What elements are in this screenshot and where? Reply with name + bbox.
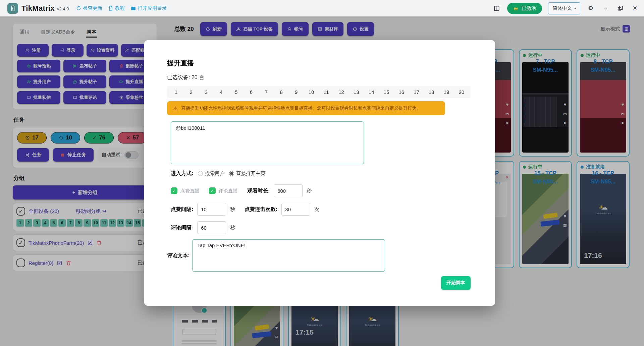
- modal-title: 提升直播: [167, 59, 471, 68]
- like-interval-row: 点赞间隔: 秒 点赞连击次数: 次: [171, 203, 471, 216]
- restore-window-button[interactable]: [616, 4, 625, 13]
- modal-device-number[interactable]: 6: [248, 89, 254, 95]
- app-title: TikMatrix: [21, 4, 55, 13]
- like-interval-input[interactable]: [197, 203, 226, 216]
- comment-text-label: 评论文本:: [167, 252, 190, 259]
- modal-device-number[interactable]: 19: [443, 89, 449, 95]
- app-logo-icon: [7, 3, 18, 14]
- modal-device-number[interactable]: 13: [353, 89, 359, 95]
- close-window-button[interactable]: ✕: [631, 4, 639, 13]
- chevron-down-icon: ▾: [574, 6, 576, 10]
- watch-duration-input[interactable]: [274, 184, 303, 197]
- like-combo-input[interactable]: [281, 203, 310, 216]
- modal-device-number[interactable]: 7: [263, 89, 269, 95]
- comment-live-checkbox[interactable]: ✓: [209, 187, 216, 194]
- modal-device-number[interactable]: 15: [383, 89, 389, 95]
- selected-devices-label: 已选设备: 20 台: [167, 74, 471, 81]
- refresh-icon: [76, 6, 81, 11]
- watch-row: ✓ 点赞直播 ✓ 评论直播 观看时长: 秒: [171, 184, 471, 197]
- settings-gear-icon[interactable]: ⚙: [586, 4, 595, 13]
- minimize-button[interactable]: −: [601, 4, 610, 13]
- titlebar-link-2[interactable]: 打开应用目录: [131, 5, 167, 11]
- like-combo-label: 点赞连击次数:: [245, 206, 277, 213]
- modal-device-number[interactable]: 9: [293, 89, 299, 95]
- like-live-checkbox[interactable]: ✓: [171, 187, 177, 194]
- titlebar-link-0[interactable]: 检查更新: [76, 5, 102, 11]
- modal-device-number[interactable]: 12: [338, 89, 344, 95]
- boost-live-modal: 提升直播 已选设备: 20 台 123456789101112131415161…: [144, 40, 495, 306]
- sidebar-toggle-icon[interactable]: [492, 4, 501, 13]
- warning-banner: ⚠ 直播提升功能允许您控制农场账号观看并可选择性地点赞目标直播。您可以设置观看时…: [167, 101, 445, 115]
- titlebar: TikMatrix v2.4.9 检查更新教程打开应用目录 已激活 简体中文 ▾…: [0, 0, 644, 16]
- target-user-input[interactable]: @bell100011: [171, 121, 364, 164]
- comment-interval-row: 评论间隔: 秒: [171, 221, 471, 234]
- modal-device-number[interactable]: 17: [414, 89, 420, 95]
- modal-device-number[interactable]: 8: [278, 89, 284, 95]
- modal-device-number[interactable]: 10: [308, 89, 314, 95]
- crown-icon: [513, 6, 519, 11]
- comment-text-row: 评论文本: Tap Tap EVERYONE!: [167, 239, 471, 272]
- radio-open-homepage[interactable]: [229, 171, 234, 176]
- entry-mode-label: 进入方式:: [171, 170, 193, 177]
- modal-device-number[interactable]: 16: [398, 89, 405, 95]
- comment-interval-input[interactable]: [197, 221, 226, 234]
- modal-device-number[interactable]: 2: [188, 89, 194, 95]
- app-version: v2.4.9: [57, 6, 69, 11]
- radio-search-user[interactable]: [198, 171, 203, 176]
- comment-text-input[interactable]: Tap Tap EVERYONE!: [192, 239, 385, 272]
- modal-device-number[interactable]: 20: [459, 89, 465, 95]
- start-script-button[interactable]: 开始脚本: [441, 276, 471, 290]
- modal-device-number[interactable]: 5: [233, 89, 239, 95]
- modal-device-number[interactable]: 18: [428, 89, 434, 95]
- entry-mode-row: 进入方式: 搜索用户 直接打开主页: [171, 170, 471, 177]
- activated-badge[interactable]: 已激活: [507, 3, 542, 14]
- modal-device-number[interactable]: 3: [203, 89, 209, 95]
- modal-device-number[interactable]: 11: [323, 89, 329, 95]
- modal-device-number[interactable]: 1: [173, 89, 179, 95]
- comment-interval-label: 评论间隔:: [171, 224, 193, 231]
- modal-device-number[interactable]: 14: [368, 89, 374, 95]
- language-select[interactable]: 简体中文 ▾: [548, 2, 580, 14]
- watch-duration-label: 观看时长:: [247, 187, 270, 194]
- titlebar-link-1[interactable]: 教程: [108, 5, 125, 11]
- warning-icon: ⚠: [173, 105, 178, 112]
- modal-device-number[interactable]: 4: [218, 89, 224, 95]
- modal-device-numbers: 1234567891011121314151617181920: [167, 86, 471, 98]
- folder-icon: [131, 6, 136, 11]
- doc-icon: [108, 6, 113, 11]
- like-interval-label: 点赞间隔:: [171, 206, 193, 213]
- titlebar-links: 检查更新教程打开应用目录: [76, 5, 167, 11]
